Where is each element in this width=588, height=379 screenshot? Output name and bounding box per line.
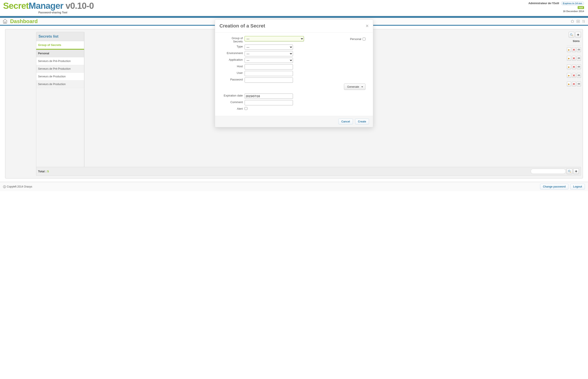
close-icon[interactable]: × [366, 23, 368, 29]
delete-icon[interactable]: ✕ [572, 73, 576, 78]
brand-word-secret: Secret [3, 1, 29, 11]
modal-header: Creation of a Secret × [215, 20, 373, 32]
sidebar-header: Secrets list [36, 32, 84, 41]
breadcrumb-home-icon[interactable] [571, 19, 574, 23]
panel-footer: Total : 5 + [36, 167, 581, 176]
label-comment: Comment [222, 100, 244, 104]
row-actions: ▸ ✕ 👁 [567, 80, 581, 88]
label-user: User [222, 70, 244, 75]
edit-icon[interactable]: ▸ [567, 81, 571, 86]
footer-search-button[interactable] [567, 168, 572, 174]
sidebar-item[interactable]: Serveurs de Pré-Production [36, 65, 84, 73]
view-icon[interactable]: 👁 [577, 73, 581, 78]
row-actions: ▸ ✕ 👁 [567, 46, 581, 54]
delete-icon[interactable]: ✕ [572, 81, 576, 86]
type-select[interactable]: --- [244, 44, 293, 50]
delete-icon[interactable]: ✕ [572, 56, 576, 61]
create-button[interactable]: Create [355, 119, 369, 125]
edit-icon[interactable]: ▸ [567, 64, 571, 69]
cancel-button[interactable]: Cancel [338, 119, 353, 125]
row-actions: ▸ ✕ 👁 [567, 63, 581, 71]
svg-rect-0 [5, 22, 5, 23]
view-icon[interactable]: 👁 [577, 81, 581, 86]
brand-title: SecretManager v0.10-0 [3, 1, 94, 10]
page-title: Dashboard [10, 18, 38, 24]
secrets-table-right: + tions ▸ ✕ 👁 ▸ ✕ 👁 ▸ ✕ 👁 ▸ ✕ 👁 [565, 29, 583, 178]
session-expiry-badge[interactable]: Expires in 14 mn [561, 1, 584, 5]
total-count: 5 [47, 170, 49, 173]
environment-select[interactable]: --- [244, 51, 293, 56]
safe-icon[interactable] [576, 19, 580, 23]
personal-checkbox[interactable] [363, 38, 366, 40]
create-secret-modal: Creation of a Secret × Group of Secrets … [215, 19, 373, 127]
total-label: Total : [38, 170, 47, 173]
view-icon[interactable]: 👁 [577, 64, 581, 69]
application-select[interactable]: --- [244, 58, 293, 63]
label-type: Type [222, 44, 244, 48]
view-icon[interactable]: 👁 [577, 56, 581, 61]
tools-icon[interactable] [582, 19, 586, 23]
label-expiration: Expiration date [222, 93, 244, 97]
secrets-sidebar: Secrets list Group of Secrets Personal S… [36, 32, 84, 176]
svg-point-4 [568, 170, 570, 172]
comment-input[interactable] [244, 100, 293, 105]
label-alert: Alert [222, 106, 244, 110]
alert-checkbox[interactable] [244, 107, 247, 110]
label-group: Group of Secrets [222, 36, 244, 43]
search-button[interactable] [569, 32, 574, 38]
header-right: Administrateur de l'Outil Expires in 14 … [528, 1, 584, 14]
logout-button[interactable]: Logout [570, 184, 585, 190]
app-header: SecretManager v0.10-0 Password-sharing T… [0, 0, 588, 15]
delete-icon[interactable]: ✕ [572, 47, 576, 52]
modal-title: Creation of a Secret [220, 23, 265, 29]
sidebar-item-personal[interactable]: Personal [36, 50, 84, 57]
top-blue-bar [0, 16, 588, 18]
brand-word-manager: Manager [29, 1, 63, 11]
password-input[interactable] [244, 77, 293, 83]
brand-subtitle: Password-sharing Tool [12, 11, 94, 14]
label-password: Password [222, 77, 244, 81]
change-password-button[interactable]: Change password [540, 184, 568, 190]
group-select[interactable]: --- [244, 36, 304, 41]
expiration-input[interactable] [244, 94, 293, 99]
header-date: 16 December 2014 [528, 10, 584, 13]
label-application: Application [222, 57, 244, 61]
svg-point-3 [571, 34, 572, 35]
footer-add-button[interactable]: + [573, 168, 579, 174]
label-environment: Environment [222, 50, 244, 55]
copyleft: c Copyleft 2014 Orasys [3, 185, 32, 188]
footer-tools: + [531, 168, 579, 174]
copyleft-icon: c [3, 185, 6, 188]
user-input[interactable] [244, 71, 293, 76]
total-block: Total : 5 [38, 170, 49, 173]
home-icon[interactable] [2, 18, 8, 24]
sidebar-item[interactable]: Serveurs de Production [36, 80, 84, 88]
delete-icon[interactable]: ✕ [572, 64, 576, 69]
view-icon[interactable]: 👁 [577, 47, 581, 52]
sidebar-group-title[interactable]: Group of Secrets [36, 41, 84, 50]
footer-search-input[interactable] [531, 169, 566, 174]
add-secret-button[interactable]: + [575, 32, 581, 38]
generate-button[interactable]: Generate [344, 83, 366, 90]
copyleft-text: Copyleft 2014 Orasys [7, 185, 32, 188]
modal-footer: Cancel Create [215, 116, 373, 127]
sidebar-item[interactable]: Serveurs de Pré-Production [36, 57, 84, 65]
modal-body: Group of Secrets --- Personal Type --- E… [215, 32, 373, 116]
svg-rect-1 [577, 20, 579, 23]
admin-label: Administrateur de l'Outil [528, 2, 559, 5]
sidebar-item[interactable]: Serveurs de Production [36, 73, 84, 80]
row-actions: ▸ ✕ 👁 [567, 54, 581, 63]
table-toolbar: + [569, 32, 581, 38]
host-input[interactable] [244, 64, 293, 69]
edit-icon[interactable]: ▸ [567, 47, 571, 52]
page-footer: c Copyleft 2014 Orasys Change password L… [0, 182, 588, 191]
edit-icon[interactable]: ▸ [567, 73, 571, 78]
label-host: Host [222, 64, 244, 68]
sidebar-fill [36, 88, 84, 176]
brand-version: v0.10-0 [63, 1, 94, 11]
edit-icon[interactable]: ▸ [567, 56, 571, 61]
footer-buttons: Change password Logout [540, 184, 585, 190]
svg-point-2 [578, 21, 579, 22]
row-actions: ▸ ✕ 👁 [567, 71, 581, 80]
root-badge: root [578, 6, 584, 9]
